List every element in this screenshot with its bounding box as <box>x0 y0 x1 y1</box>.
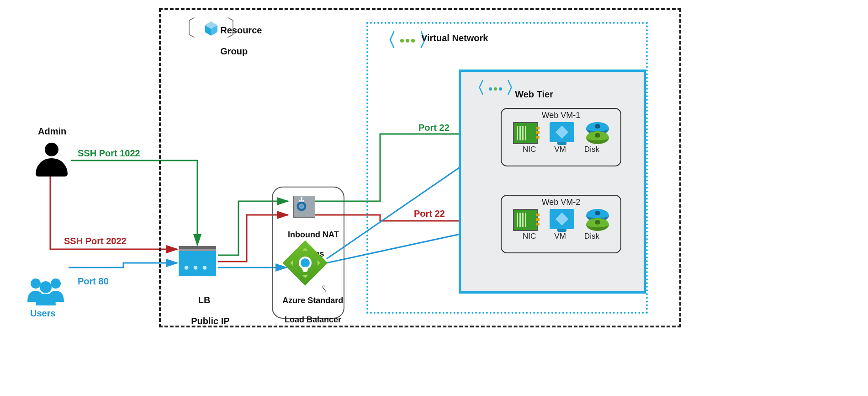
label-port22-vm1: Port 22 <box>418 123 450 133</box>
vm1-disk-label: Disk <box>584 145 599 154</box>
vm2-disk-label: Disk <box>584 232 599 241</box>
vm2-vm-label: VM <box>554 232 566 241</box>
lb-public-ip-label: LB Public IP <box>181 284 217 337</box>
web-vm-1: Web VM-1 NIC VM Disk <box>501 108 621 166</box>
admin-label: Admin <box>38 126 66 137</box>
vm1-vm-label: VM <box>554 145 566 154</box>
label-port-80: Port 80 <box>78 276 109 287</box>
nic-icon <box>513 209 538 231</box>
inbound-nat-icon <box>293 196 315 218</box>
vm1-title: Web VM-1 <box>542 111 581 120</box>
users-label: Users <box>30 308 56 319</box>
resource-group-label: Resource Group <box>210 15 262 67</box>
vm2-title: Web VM-2 <box>542 198 581 207</box>
svg-point-5 <box>40 281 52 293</box>
lb-public-ip-icon: ●●● <box>179 246 216 276</box>
disk-icon <box>586 122 609 142</box>
vm-icon <box>550 209 574 229</box>
nic-icon <box>513 122 538 144</box>
vnet-label: Virtual Network <box>421 33 488 43</box>
load-balancer-label: Azure Standard Load Balancer <box>272 286 345 334</box>
svg-point-4 <box>51 278 61 289</box>
architecture-diagram: 〔 〕 Resource Group 〈 〉 Virtual Network 〈… <box>5 5 690 334</box>
label-ssh-2022: SSH Port 2022 <box>64 236 127 246</box>
label-port22-vm2: Port 22 <box>414 209 445 219</box>
vm2-nic-label: NIC <box>523 232 536 241</box>
label-ssh-1022: SSH Port 1022 <box>78 148 140 159</box>
load-balancer-icon <box>289 247 321 279</box>
svg-point-3 <box>31 278 41 289</box>
vm-icon <box>550 122 574 142</box>
bracket-left-icon: 〔 <box>175 13 197 43</box>
vm1-nic-label: NIC <box>523 145 536 154</box>
admin-icon <box>36 143 68 177</box>
disk-icon <box>586 209 609 229</box>
web-vm-2: Web VM-2 NIC VM Disk <box>501 195 621 253</box>
svg-point-7 <box>300 205 303 208</box>
